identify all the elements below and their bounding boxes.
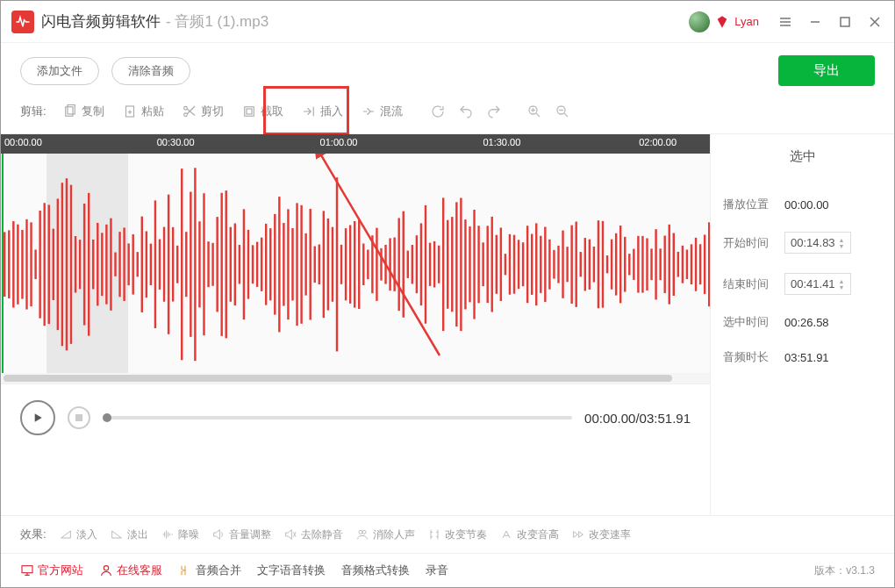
redo-button[interactable]	[482, 99, 506, 124]
svg-rect-113	[460, 198, 462, 332]
menu-button[interactable]	[777, 13, 794, 31]
horizontal-scrollbar[interactable]	[1, 373, 710, 384]
seek-handle[interactable]	[103, 413, 111, 422]
copy-button[interactable]: 复制	[55, 98, 111, 125]
fade-in-button[interactable]: 淡入	[59, 527, 97, 542]
insert-button[interactable]: 插入	[294, 98, 350, 125]
mute-icon	[283, 527, 297, 541]
seek-slider[interactable]	[103, 416, 572, 419]
user-area[interactable]: Lyan	[689, 11, 759, 32]
ruler-tick: 01:30.00	[483, 137, 520, 147]
official-site-link[interactable]: 官方网站	[20, 563, 83, 578]
svg-rect-58	[216, 217, 218, 312]
spinner-arrows-icon[interactable]: ▲▼	[839, 237, 845, 249]
svg-point-173	[362, 530, 366, 534]
svg-rect-10	[4, 232, 5, 297]
svg-rect-131	[540, 236, 541, 293]
svg-rect-1	[65, 107, 72, 117]
remove-vocal-button[interactable]: 消除人声	[355, 527, 415, 542]
app-logo-icon	[11, 11, 34, 33]
tts-link[interactable]: 文字语音转换	[257, 563, 326, 578]
svg-rect-70	[269, 228, 271, 300]
svg-rect-46	[163, 227, 165, 302]
time-ruler[interactable]: 00:00.00 00:30.00 01:00.00 01:30.00 02:0…	[1, 134, 710, 154]
export-button[interactable]: 导出	[778, 55, 875, 86]
insert-label: 插入	[320, 104, 343, 119]
end-time-input[interactable]: 00:41.41 ▲▼	[784, 273, 851, 295]
svg-rect-139	[575, 222, 576, 307]
mix-button[interactable]: 混流	[354, 98, 410, 125]
stop-button[interactable]	[68, 406, 90, 429]
svg-rect-130	[535, 223, 537, 305]
copy-label: 复制	[82, 104, 104, 119]
add-file-button[interactable]: 添加文件	[20, 57, 99, 85]
paste-button[interactable]: 粘贴	[115, 98, 171, 125]
support-link[interactable]: 在线客服	[99, 563, 162, 578]
svg-rect-164	[686, 249, 688, 279]
svg-rect-22	[57, 198, 59, 330]
svg-rect-138	[570, 226, 572, 304]
svg-rect-23	[61, 183, 63, 346]
tempo-button[interactable]: 改变节奏	[427, 527, 487, 542]
pitch-button[interactable]: 改变音高	[499, 527, 559, 542]
app-title: 闪电音频剪辑软件	[41, 11, 161, 32]
svg-rect-135	[557, 246, 559, 283]
maximize-button[interactable]	[836, 13, 854, 31]
svg-rect-127	[522, 242, 524, 286]
spinner-arrows-icon[interactable]: ▲▼	[839, 278, 845, 290]
denoise-button[interactable]: 降噪	[161, 527, 199, 542]
cut-button[interactable]: 剪切	[175, 98, 231, 125]
refresh-button[interactable]	[426, 99, 450, 124]
clear-audio-button[interactable]: 清除音频	[111, 57, 190, 85]
svg-rect-147	[611, 240, 612, 290]
audio-merge-link[interactable]: 音频合并	[178, 563, 241, 578]
ruler-tick: 00:30.00	[157, 137, 195, 147]
format-convert-link[interactable]: 音频格式转换	[341, 563, 410, 578]
tempo-icon	[427, 527, 441, 541]
merge-icon	[178, 563, 192, 577]
start-time-row: 开始时间 00:14.83 ▲▼	[723, 232, 882, 254]
mix-icon	[361, 104, 376, 119]
play-button[interactable]	[20, 400, 55, 435]
start-time-input[interactable]: 00:14.83 ▲▼	[784, 232, 851, 254]
zoom-in-button[interactable]	[522, 99, 547, 124]
play-position-value: 00:00.00	[784, 198, 829, 212]
svg-rect-158	[659, 248, 661, 280]
svg-rect-45	[159, 240, 161, 290]
svg-rect-148	[615, 233, 617, 296]
total-duration-row: 音频时长 03:51.91	[723, 349, 882, 365]
svg-rect-39	[132, 234, 133, 295]
paste-icon	[122, 104, 138, 119]
svg-rect-174	[22, 566, 32, 573]
svg-rect-17	[34, 249, 36, 279]
remove-silence-button[interactable]: 去除静音	[283, 527, 343, 542]
svg-rect-0	[841, 18, 849, 26]
record-link[interactable]: 录音	[426, 563, 448, 578]
cut-label: 剪切	[201, 104, 224, 119]
crop-button[interactable]: 截取	[234, 98, 290, 125]
scrollbar-thumb[interactable]	[4, 375, 672, 382]
fade-out-button[interactable]: 淡出	[110, 527, 148, 542]
svg-rect-105	[425, 205, 426, 324]
svg-rect-95	[380, 248, 382, 281]
zoom-out-button[interactable]	[550, 99, 575, 124]
svg-rect-165	[691, 244, 692, 284]
svg-rect-12	[12, 221, 14, 307]
svg-rect-137	[566, 247, 568, 282]
svg-rect-75	[291, 228, 293, 300]
svg-rect-83	[327, 219, 329, 311]
minimize-button[interactable]	[806, 13, 824, 31]
svg-rect-36	[118, 232, 120, 297]
svg-rect-93	[371, 235, 373, 293]
svg-rect-21	[53, 229, 54, 300]
svg-rect-111	[451, 217, 453, 312]
close-button[interactable]	[866, 13, 884, 31]
svg-rect-117	[477, 226, 479, 303]
volume-button[interactable]: 音量调整	[211, 527, 271, 542]
svg-rect-102	[412, 245, 413, 283]
undo-button[interactable]	[454, 99, 478, 124]
speed-button[interactable]: 改变速率	[571, 527, 631, 542]
waveform-area[interactable]	[1, 154, 710, 373]
svg-rect-60	[226, 190, 227, 338]
svg-rect-97	[389, 238, 390, 290]
